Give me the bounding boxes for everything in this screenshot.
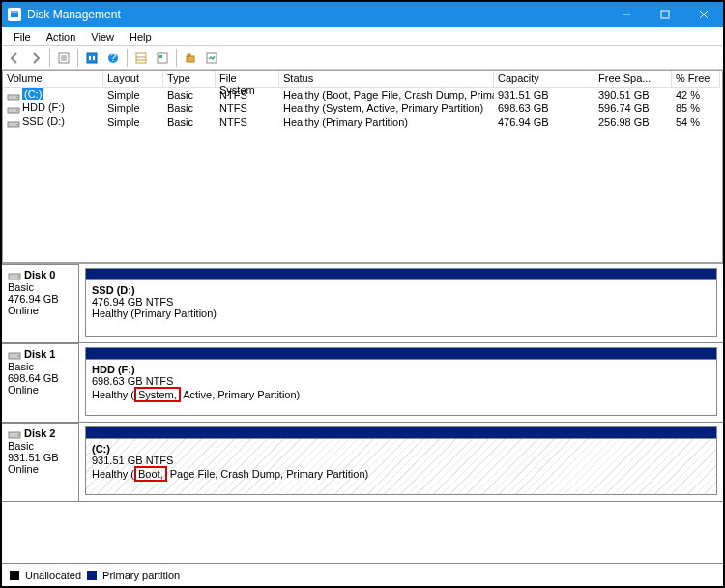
menubar: File Action View Help <box>2 27 723 46</box>
disk-state: Online <box>8 463 39 475</box>
minimize-button[interactable] <box>607 2 646 27</box>
volume-capacity: 476.94 GB <box>494 116 594 128</box>
disk-icon <box>8 428 21 440</box>
legend-swatch-primary <box>87 571 97 580</box>
legend: Unallocated Primary partition <box>2 563 723 586</box>
partition-box[interactable]: (C:)931.51 GB NTFSHealthy (Boot, Page Fi… <box>85 438 717 495</box>
menu-action[interactable]: Action <box>39 29 84 44</box>
disk-info[interactable]: Disk 1Basic698.64 GBOnline <box>2 343 79 422</box>
volume-free: 596.74 GB <box>594 103 672 114</box>
volume-name: HDD (F:) <box>22 102 65 113</box>
volume-capacity: 931.51 GB <box>494 89 594 101</box>
highlight-box: Boot, <box>134 466 167 482</box>
volume-rows: (C:)SimpleBasicNTFSHealthy (Boot, Page F… <box>3 88 722 262</box>
volume-header: Volume Layout Type File System Status Ca… <box>3 71 722 88</box>
maximize-button[interactable] <box>646 2 684 27</box>
forward-button[interactable] <box>25 47 46 69</box>
svg-rect-18 <box>187 56 194 62</box>
disk-icon <box>8 349 21 361</box>
disk-state: Online <box>8 305 39 316</box>
disk-type: Basic <box>8 440 34 452</box>
volume-status: Healthy (System, Active, Primary Partiti… <box>279 103 494 114</box>
window-title: Disk Management <box>27 8 607 21</box>
partition-status: Healthy (Boot, Page File, Crash Dump, Pr… <box>92 468 368 480</box>
disk-row: Disk 0Basic476.94 GBOnlineSSD (D:)476.94… <box>2 264 723 343</box>
partition-stripe <box>85 268 717 279</box>
volume-row[interactable]: SSD (D:)SimpleBasicNTFSHealthy (Primary … <box>3 115 722 129</box>
partition-stripe <box>85 426 717 438</box>
toolbar-separator <box>127 49 128 67</box>
volume-layout: Simple <box>103 116 163 128</box>
column-capacity[interactable]: Capacity <box>494 71 594 88</box>
toolbar-separator <box>176 49 177 67</box>
disk-label: Disk 2 <box>24 427 55 439</box>
legend-primary-label: Primary partition <box>102 570 180 581</box>
partition-name: HDD (F:) <box>92 364 135 375</box>
svg-point-22 <box>16 96 18 98</box>
partition-size: 476.94 GB NTFS <box>92 296 173 308</box>
partition-status: Healthy (System, Active, Primary Partiti… <box>92 389 300 400</box>
volume-type: Basic <box>163 89 216 101</box>
refresh-icon[interactable] <box>81 47 102 69</box>
svg-rect-3 <box>661 11 669 18</box>
partition-status: Healthy (Primary Partition) <box>92 308 217 319</box>
toolbar-separator <box>77 49 78 67</box>
svg-text:?: ? <box>110 51 116 63</box>
column-layout[interactable]: Layout <box>103 71 163 88</box>
disk-info[interactable]: Disk 0Basic476.94 GBOnline <box>2 264 79 342</box>
disk-icon <box>8 270 21 281</box>
volume-row[interactable]: (C:)SimpleBasicNTFSHealthy (Boot, Page F… <box>3 88 722 102</box>
svg-point-26 <box>16 123 18 125</box>
volume-type: Basic <box>163 116 216 128</box>
highlight-box: System, <box>134 387 181 402</box>
volume-pct: 85 % <box>672 103 720 114</box>
column-status[interactable]: Status <box>279 71 494 88</box>
volume-layout: Simple <box>103 103 163 114</box>
help-icon[interactable]: ? <box>102 47 124 69</box>
svg-rect-0 <box>11 13 18 17</box>
settings-icon[interactable] <box>152 47 173 69</box>
disk-row: Disk 2Basic931.51 GBOnline (C:)931.51 GB… <box>2 423 723 502</box>
volume-capacity: 698.63 GB <box>494 103 594 114</box>
menu-file[interactable]: File <box>6 29 39 44</box>
disk-size: 698.64 GB <box>8 372 59 384</box>
volume-row[interactable]: HDD (F:)SimpleBasicNTFSHealthy (System, … <box>3 102 722 115</box>
svg-rect-17 <box>160 55 162 58</box>
svg-rect-19 <box>188 54 190 56</box>
properties-icon[interactable] <box>53 47 74 69</box>
partition-box[interactable]: HDD (F:)698.63 GB NTFSHealthy (System, A… <box>85 359 717 416</box>
column-volume[interactable]: Volume <box>3 71 103 88</box>
volume-layout: Simple <box>103 89 163 101</box>
svg-point-28 <box>17 276 19 278</box>
column-free[interactable]: Free Spa... <box>594 71 672 88</box>
column-type[interactable]: Type <box>163 71 216 88</box>
disk-size: 931.51 GB <box>8 452 59 463</box>
app-icon <box>8 8 21 21</box>
action-icon[interactable] <box>180 47 201 69</box>
list-icon[interactable] <box>130 47 152 69</box>
svg-rect-1 <box>11 11 18 13</box>
volume-pct: 42 % <box>672 89 720 101</box>
column-filesystem[interactable]: File System <box>216 71 279 88</box>
partition-size: 698.63 GB NTFS <box>92 375 173 387</box>
volume-name: SSD (D:) <box>22 115 65 127</box>
wizard-icon[interactable] <box>201 47 222 69</box>
volume-free: 390.51 GB <box>594 89 672 101</box>
partition-name: (C:) <box>92 443 110 455</box>
disk-info[interactable]: Disk 2Basic931.51 GBOnline <box>2 423 79 501</box>
disk-row: Disk 1Basic698.64 GBOnlineHDD (F:)698.63… <box>2 343 723 423</box>
menu-help[interactable]: Help <box>122 29 160 44</box>
partition-stripe <box>85 347 717 359</box>
disk-type: Basic <box>8 361 34 372</box>
toolbar: ? <box>2 46 723 70</box>
disk-label: Disk 0 <box>24 269 55 280</box>
disk-type: Basic <box>8 281 34 293</box>
volume-pct: 54 % <box>672 116 720 128</box>
column-pctfree[interactable]: % Free <box>672 71 720 88</box>
back-button[interactable] <box>4 47 25 69</box>
partition-box[interactable]: SSD (D:)476.94 GB NTFSHealthy (Primary P… <box>85 279 717 337</box>
menu-view[interactable]: View <box>83 29 122 44</box>
volume-free: 256.98 GB <box>594 116 672 128</box>
legend-unallocated-label: Unallocated <box>25 570 81 581</box>
close-button[interactable] <box>684 2 723 27</box>
